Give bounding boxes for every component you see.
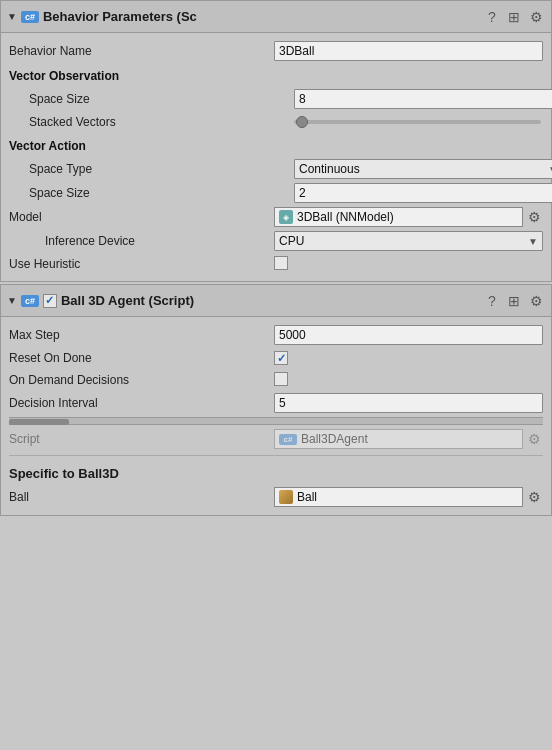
use-heuristic-row: Use Heuristic	[9, 253, 543, 275]
reset-on-done-label: Reset On Done	[9, 351, 92, 365]
collapse-arrow-2[interactable]: ▼	[7, 295, 17, 306]
space-size-input[interactable]	[294, 89, 552, 109]
script-value: Ball3DAgent	[301, 432, 368, 446]
vector-action-row: Vector Action	[9, 133, 543, 157]
space-type-row: Space Type Continuous ▼	[29, 157, 552, 181]
space-type-dropdown[interactable]: Continuous ▼	[294, 159, 552, 179]
on-demand-label-col: On Demand Decisions	[9, 373, 274, 387]
space-size-label: Space Size	[29, 92, 90, 106]
behavior-name-input[interactable]	[274, 41, 543, 61]
inference-device-arrow: ▼	[528, 236, 538, 247]
ball3d-agent-header: ▼ c# Ball 3D Agent (Script) ? ⊞ ⚙	[1, 285, 551, 317]
behavior-name-row: Behavior Name	[9, 39, 543, 63]
behavior-name-label: Behavior Name	[9, 44, 92, 58]
behavior-parameters-header: ▼ c# Behavior Parameters (Sc ? ⊞ ⚙	[1, 1, 551, 33]
max-step-row: Max Step	[9, 323, 543, 347]
space-size2-label: Space Size	[29, 186, 90, 200]
cs-icon-1: c#	[21, 11, 39, 23]
behavior-name-label-col: Behavior Name	[9, 44, 274, 58]
scrollbar-thumb[interactable]	[9, 419, 69, 425]
script-field: c# Ball3DAgent	[274, 429, 523, 449]
grid-icon-1[interactable]: ⊞	[505, 8, 523, 26]
max-step-input[interactable]	[274, 325, 543, 345]
reset-on-done-value-col	[274, 351, 543, 366]
space-size2-input[interactable]	[294, 183, 552, 203]
panel2-enabled-checkbox[interactable]	[43, 294, 57, 308]
ball3d-agent-panel: ▼ c# Ball 3D Agent (Script) ? ⊞ ⚙ Max St…	[0, 284, 552, 516]
inference-device-value: CPU	[279, 234, 304, 248]
stacked-vectors-slider-container: 1	[294, 115, 552, 129]
script-gear-icon: ⚙	[525, 430, 543, 448]
help-icon-2[interactable]: ?	[483, 292, 501, 310]
model-value: 3DBall (NNModel)	[297, 210, 394, 224]
stacked-vectors-row: Stacked Vectors 1	[29, 111, 552, 133]
space-size-label-col: Space Size	[29, 92, 294, 106]
decision-interval-value-col	[274, 393, 543, 413]
space-type-value: Continuous	[299, 162, 360, 176]
space-type-label-col: Space Type	[29, 162, 294, 176]
use-heuristic-value-col	[274, 256, 543, 273]
divider-1	[9, 455, 543, 456]
scrollbar-area[interactable]	[9, 417, 543, 425]
ball-label: Ball	[9, 490, 29, 504]
help-icon-1[interactable]: ?	[483, 8, 501, 26]
decision-interval-label: Decision Interval	[9, 396, 98, 410]
model-icon: ◈	[279, 210, 293, 224]
stacked-vectors-thumb[interactable]	[296, 116, 308, 128]
reset-on-done-row: Reset On Done	[9, 347, 543, 369]
ball-label-col: Ball	[9, 490, 274, 504]
inference-device-row: Inference Device CPU ▼	[9, 229, 543, 253]
ball-gear-icon[interactable]: ⚙	[525, 488, 543, 506]
space-type-arrow: ▼	[548, 164, 552, 175]
model-row: Model ◈ 3DBall (NNModel) ⚙	[9, 205, 543, 229]
space-size2-value-col	[294, 183, 552, 203]
use-heuristic-checkbox[interactable]	[274, 256, 288, 270]
reset-on-done-label-col: Reset On Done	[9, 351, 274, 365]
model-field[interactable]: ◈ 3DBall (NNModel)	[274, 207, 523, 227]
max-step-value-col	[274, 325, 543, 345]
stacked-vectors-value: 1	[547, 115, 552, 129]
space-size-row: Space Size	[29, 87, 552, 111]
specific-label-row: Specific to Ball3D	[9, 460, 543, 485]
panel1-title: Behavior Parameters (Sc	[43, 9, 479, 24]
model-value-col: ◈ 3DBall (NNModel) ⚙	[274, 207, 543, 227]
on-demand-label: On Demand Decisions	[9, 373, 129, 387]
behavior-name-value-col	[274, 41, 543, 61]
panel1-header-icons: ? ⊞ ⚙	[483, 8, 545, 26]
on-demand-checkbox[interactable]	[274, 372, 288, 386]
use-heuristic-label: Use Heuristic	[9, 257, 80, 271]
inference-device-dropdown[interactable]: CPU ▼	[274, 231, 543, 251]
stacked-vectors-label: Stacked Vectors	[29, 115, 116, 129]
inference-device-value-col: CPU ▼	[274, 231, 543, 251]
max-step-label-col: Max Step	[9, 328, 274, 342]
specific-label: Specific to Ball3D	[9, 466, 119, 481]
on-demand-value-col	[274, 372, 543, 389]
ball-icon	[279, 490, 293, 504]
ball-value: Ball	[297, 490, 317, 504]
gear-icon-2[interactable]: ⚙	[527, 292, 545, 310]
script-label-col: Script	[9, 432, 274, 446]
inference-device-label: Inference Device	[45, 234, 135, 248]
space-type-value-col: Continuous ▼	[294, 159, 552, 179]
model-gear-icon[interactable]: ⚙	[525, 208, 543, 226]
ball-row: Ball Ball ⚙	[9, 485, 543, 509]
decision-interval-label-col: Decision Interval	[9, 396, 274, 410]
vector-action-label: Vector Action	[9, 139, 86, 153]
stacked-vectors-track	[294, 120, 541, 124]
collapse-arrow-1[interactable]: ▼	[7, 11, 17, 22]
behavior-parameters-panel: ▼ c# Behavior Parameters (Sc ? ⊞ ⚙ Behav…	[0, 0, 552, 282]
ball-value-col: Ball ⚙	[274, 487, 543, 507]
inference-device-label-col: Inference Device	[9, 234, 274, 248]
reset-on-done-checkbox[interactable]	[274, 351, 288, 365]
decision-interval-input[interactable]	[274, 393, 543, 413]
grid-icon-2[interactable]: ⊞	[505, 292, 523, 310]
decision-interval-row: Decision Interval	[9, 391, 543, 415]
gear-icon-1[interactable]: ⚙	[527, 8, 545, 26]
space-size2-label-col: Space Size	[29, 186, 294, 200]
panel2-header-icons: ? ⊞ ⚙	[483, 292, 545, 310]
space-size-value-col	[294, 89, 552, 109]
script-cs-icon: c#	[279, 434, 297, 445]
stacked-vectors-value-col: 1	[294, 115, 552, 129]
ball-field[interactable]: Ball	[274, 487, 523, 507]
on-demand-row: On Demand Decisions	[9, 369, 543, 391]
